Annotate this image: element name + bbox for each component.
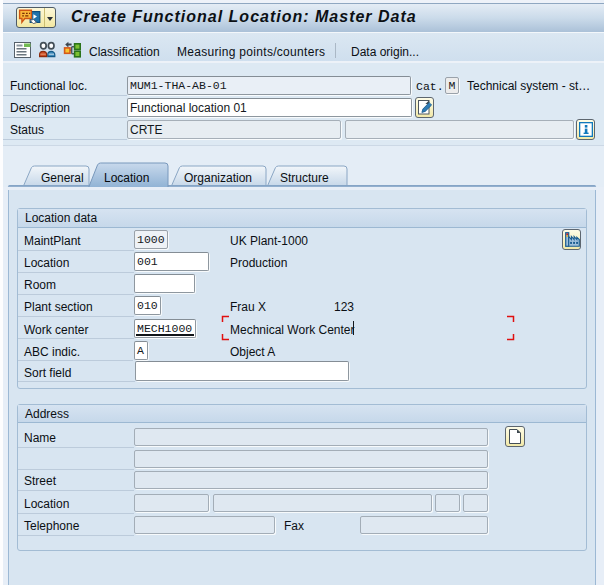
- svg-text:Organization: Organization: [184, 171, 252, 185]
- svg-text:Structure: Structure: [280, 171, 329, 185]
- svg-text:Location: Location: [104, 171, 149, 185]
- svg-text:General: General: [41, 171, 84, 185]
